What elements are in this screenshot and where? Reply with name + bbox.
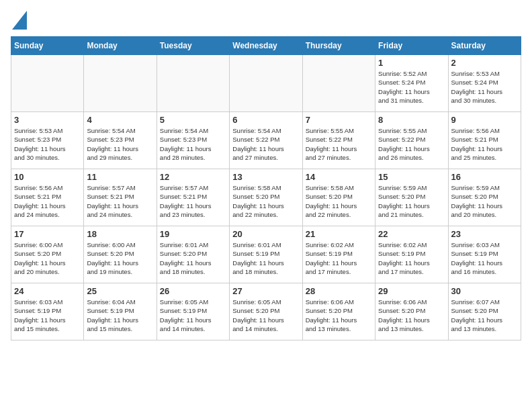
calendar-cell: 13Sunrise: 5:58 AM Sunset: 5:20 PM Dayli… xyxy=(230,169,302,226)
calendar-cell: 29Sunrise: 6:06 AM Sunset: 5:20 PM Dayli… xyxy=(375,283,448,340)
day-number: 4 xyxy=(87,115,153,125)
calendar-cell: 3Sunrise: 5:53 AM Sunset: 5:23 PM Daylig… xyxy=(11,112,84,169)
logo-triangle-icon xyxy=(12,11,27,30)
day-number: 22 xyxy=(378,229,445,239)
day-number: 3 xyxy=(14,115,81,125)
svg-marker-0 xyxy=(12,11,27,30)
day-info: Sunrise: 6:05 AM Sunset: 5:20 PM Dayligh… xyxy=(232,298,299,333)
day-info: Sunrise: 5:52 AM Sunset: 5:24 PM Dayligh… xyxy=(378,69,445,105)
day-number: 11 xyxy=(87,172,153,182)
calendar-header-row: SundayMondayTuesdayWednesdayThursdayFrid… xyxy=(11,37,521,55)
day-number: 7 xyxy=(306,115,372,125)
day-number: 27 xyxy=(232,286,299,296)
day-info: Sunrise: 5:58 AM Sunset: 5:20 PM Dayligh… xyxy=(232,183,299,219)
calendar-cell: 2Sunrise: 5:53 AM Sunset: 5:24 PM Daylig… xyxy=(448,55,521,112)
day-number: 14 xyxy=(306,172,372,182)
day-number: 26 xyxy=(160,286,226,296)
day-info: Sunrise: 6:07 AM Sunset: 5:20 PM Dayligh… xyxy=(451,298,518,333)
calendar-cell xyxy=(84,55,157,112)
day-info: Sunrise: 5:59 AM Sunset: 5:20 PM Dayligh… xyxy=(378,183,445,219)
calendar-cell: 20Sunrise: 6:01 AM Sunset: 5:19 PM Dayli… xyxy=(230,226,302,283)
day-number: 19 xyxy=(160,229,226,239)
day-info: Sunrise: 6:04 AM Sunset: 5:19 PM Dayligh… xyxy=(87,298,153,333)
column-header-tuesday: Tuesday xyxy=(157,37,229,55)
day-info: Sunrise: 5:56 AM Sunset: 5:21 PM Dayligh… xyxy=(14,183,81,219)
day-number: 5 xyxy=(160,115,226,125)
logo xyxy=(11,11,27,31)
day-info: Sunrise: 6:03 AM Sunset: 5:19 PM Dayligh… xyxy=(451,240,518,276)
day-number: 25 xyxy=(87,286,153,296)
calendar-cell: 30Sunrise: 6:07 AM Sunset: 5:20 PM Dayli… xyxy=(448,283,521,340)
day-info: Sunrise: 6:03 AM Sunset: 5:19 PM Dayligh… xyxy=(14,298,81,333)
day-info: Sunrise: 5:57 AM Sunset: 5:21 PM Dayligh… xyxy=(160,183,226,219)
calendar-cell: 19Sunrise: 6:01 AM Sunset: 5:20 PM Dayli… xyxy=(157,226,229,283)
day-info: Sunrise: 6:06 AM Sunset: 5:20 PM Dayligh… xyxy=(306,298,372,333)
calendar-cell: 16Sunrise: 5:59 AM Sunset: 5:20 PM Dayli… xyxy=(448,169,521,226)
day-number: 28 xyxy=(306,286,372,296)
day-info: Sunrise: 5:54 AM Sunset: 5:23 PM Dayligh… xyxy=(160,126,226,162)
calendar-cell: 4Sunrise: 5:54 AM Sunset: 5:23 PM Daylig… xyxy=(84,112,157,169)
day-info: Sunrise: 5:58 AM Sunset: 5:20 PM Dayligh… xyxy=(306,183,372,219)
day-info: Sunrise: 5:53 AM Sunset: 5:23 PM Dayligh… xyxy=(14,126,81,162)
day-number: 12 xyxy=(160,172,226,182)
calendar-cell: 11Sunrise: 5:57 AM Sunset: 5:21 PM Dayli… xyxy=(84,169,157,226)
calendar-cell: 27Sunrise: 6:05 AM Sunset: 5:20 PM Dayli… xyxy=(230,283,302,340)
day-info: Sunrise: 6:02 AM Sunset: 5:19 PM Dayligh… xyxy=(306,240,372,276)
day-number: 13 xyxy=(232,172,299,182)
week-row-3: 10Sunrise: 5:56 AM Sunset: 5:21 PM Dayli… xyxy=(11,169,521,226)
day-number: 10 xyxy=(14,172,81,182)
column-header-sunday: Sunday xyxy=(11,37,84,55)
calendar-cell xyxy=(11,55,84,112)
day-info: Sunrise: 5:59 AM Sunset: 5:20 PM Dayligh… xyxy=(451,183,518,219)
calendar-cell: 7Sunrise: 5:55 AM Sunset: 5:22 PM Daylig… xyxy=(302,112,375,169)
day-number: 20 xyxy=(232,229,299,239)
calendar-cell xyxy=(157,55,229,112)
header xyxy=(11,11,521,31)
day-number: 2 xyxy=(451,58,518,68)
column-header-friday: Friday xyxy=(375,37,448,55)
calendar-cell: 15Sunrise: 5:59 AM Sunset: 5:20 PM Dayli… xyxy=(375,169,448,226)
day-info: Sunrise: 6:01 AM Sunset: 5:20 PM Dayligh… xyxy=(160,240,226,276)
day-info: Sunrise: 5:53 AM Sunset: 5:24 PM Dayligh… xyxy=(451,69,518,105)
day-info: Sunrise: 5:54 AM Sunset: 5:22 PM Dayligh… xyxy=(232,126,299,162)
calendar-cell: 12Sunrise: 5:57 AM Sunset: 5:21 PM Dayli… xyxy=(157,169,229,226)
day-info: Sunrise: 5:56 AM Sunset: 5:21 PM Dayligh… xyxy=(451,126,518,162)
calendar-cell: 14Sunrise: 5:58 AM Sunset: 5:20 PM Dayli… xyxy=(302,169,375,226)
column-header-thursday: Thursday xyxy=(302,37,375,55)
week-row-1: 1Sunrise: 5:52 AM Sunset: 5:24 PM Daylig… xyxy=(11,55,521,112)
calendar-cell: 5Sunrise: 5:54 AM Sunset: 5:23 PM Daylig… xyxy=(157,112,229,169)
day-number: 16 xyxy=(451,172,518,182)
week-row-5: 24Sunrise: 6:03 AM Sunset: 5:19 PM Dayli… xyxy=(11,283,521,340)
day-info: Sunrise: 6:00 AM Sunset: 5:20 PM Dayligh… xyxy=(14,240,81,276)
calendar-cell: 1Sunrise: 5:52 AM Sunset: 5:24 PM Daylig… xyxy=(375,55,448,112)
day-info: Sunrise: 6:05 AM Sunset: 5:19 PM Dayligh… xyxy=(160,298,226,333)
calendar-cell xyxy=(230,55,302,112)
day-info: Sunrise: 5:55 AM Sunset: 5:22 PM Dayligh… xyxy=(378,126,445,162)
day-number: 18 xyxy=(87,229,153,239)
day-info: Sunrise: 5:55 AM Sunset: 5:22 PM Dayligh… xyxy=(306,126,372,162)
calendar: SundayMondayTuesdayWednesdayThursdayFrid… xyxy=(11,36,521,340)
calendar-cell: 21Sunrise: 6:02 AM Sunset: 5:19 PM Dayli… xyxy=(302,226,375,283)
column-header-saturday: Saturday xyxy=(448,37,521,55)
day-number: 29 xyxy=(378,286,445,296)
day-number: 30 xyxy=(451,286,518,296)
calendar-cell xyxy=(302,55,375,112)
calendar-cell: 10Sunrise: 5:56 AM Sunset: 5:21 PM Dayli… xyxy=(11,169,84,226)
day-number: 21 xyxy=(306,229,372,239)
calendar-cell: 17Sunrise: 6:00 AM Sunset: 5:20 PM Dayli… xyxy=(11,226,84,283)
calendar-cell: 22Sunrise: 6:02 AM Sunset: 5:19 PM Dayli… xyxy=(375,226,448,283)
column-header-wednesday: Wednesday xyxy=(230,37,302,55)
calendar-cell: 25Sunrise: 6:04 AM Sunset: 5:19 PM Dayli… xyxy=(84,283,157,340)
week-row-4: 17Sunrise: 6:00 AM Sunset: 5:20 PM Dayli… xyxy=(11,226,521,283)
day-info: Sunrise: 6:06 AM Sunset: 5:20 PM Dayligh… xyxy=(378,298,445,333)
day-number: 9 xyxy=(451,115,518,125)
column-header-monday: Monday xyxy=(84,37,157,55)
day-number: 8 xyxy=(378,115,445,125)
day-info: Sunrise: 6:00 AM Sunset: 5:20 PM Dayligh… xyxy=(87,240,153,276)
calendar-cell: 18Sunrise: 6:00 AM Sunset: 5:20 PM Dayli… xyxy=(84,226,157,283)
day-number: 23 xyxy=(451,229,518,239)
calendar-cell: 24Sunrise: 6:03 AM Sunset: 5:19 PM Dayli… xyxy=(11,283,84,340)
day-number: 1 xyxy=(378,58,445,68)
day-number: 17 xyxy=(14,229,81,239)
calendar-cell: 6Sunrise: 5:54 AM Sunset: 5:22 PM Daylig… xyxy=(230,112,302,169)
